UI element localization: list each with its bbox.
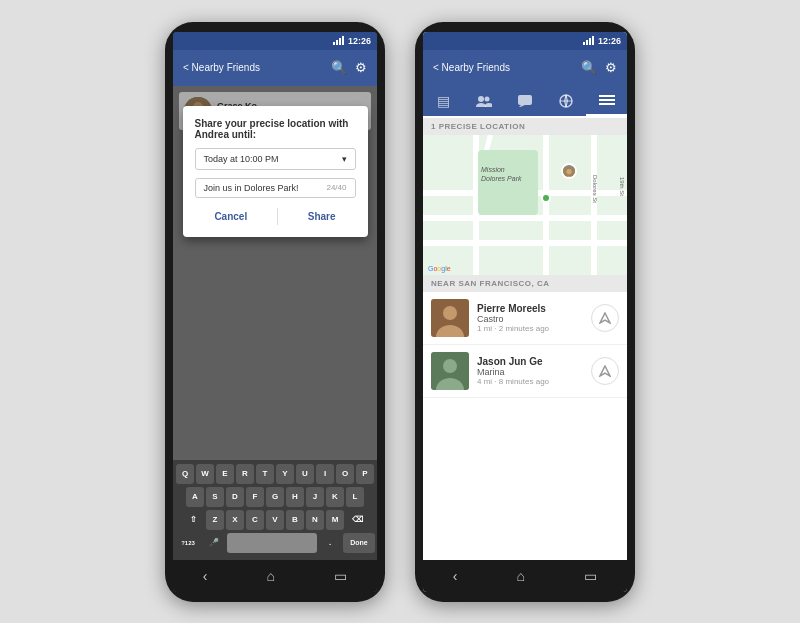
mic-key[interactable]: 🎤 bbox=[203, 533, 225, 553]
key-v[interactable]: V bbox=[266, 510, 284, 530]
svg-marker-8 bbox=[518, 105, 525, 107]
shift-key[interactable]: ⇧ bbox=[182, 510, 204, 530]
key-g[interactable]: G bbox=[266, 487, 284, 507]
bottom-nav-left: ‹ ⌂ ▭ bbox=[173, 560, 377, 592]
key-y[interactable]: Y bbox=[276, 464, 294, 484]
dialog-dropdown[interactable]: Today at 10:00 PM ▾ bbox=[195, 148, 356, 170]
key-p[interactable]: P bbox=[356, 464, 374, 484]
friend-name-jason: Jason Jun Ge bbox=[477, 356, 583, 367]
dialog-title: Share your precise location with Andrea … bbox=[195, 118, 356, 140]
map-view[interactable]: MissionDolores Park Dolores St 19th St G… bbox=[423, 135, 627, 275]
key-o[interactable]: O bbox=[336, 464, 354, 484]
key-j[interactable]: J bbox=[306, 487, 324, 507]
key-i[interactable]: I bbox=[316, 464, 334, 484]
friend-avatar-pierre bbox=[431, 299, 469, 337]
share-location-dialog: Share your precise location with Andrea … bbox=[183, 106, 368, 237]
key-r[interactable]: R bbox=[236, 464, 254, 484]
svg-point-5 bbox=[485, 96, 490, 101]
key-a[interactable]: A bbox=[186, 487, 204, 507]
settings-icon-left[interactable]: ⚙ bbox=[355, 60, 367, 75]
cancel-button[interactable]: Cancel bbox=[204, 208, 257, 225]
back-label-right: < Nearby Friends bbox=[433, 62, 510, 73]
back-nav-icon-right[interactable]: ‹ bbox=[453, 568, 458, 584]
tab-friends[interactable] bbox=[464, 86, 505, 116]
friend-avatar-jason bbox=[431, 352, 469, 390]
space-key[interactable] bbox=[227, 533, 317, 553]
recent-nav-icon-left[interactable]: ▭ bbox=[334, 568, 347, 584]
app-bar-right: < Nearby Friends 🔍 ⚙ bbox=[423, 50, 627, 86]
friend-item-jason: Jason Jun Ge Marina 4 mi · 8 minutes ago bbox=[423, 345, 627, 398]
status-bar-right: 12:26 bbox=[423, 32, 627, 50]
period-key[interactable]: . bbox=[319, 533, 341, 553]
right-phone: 12:26 < Nearby Friends 🔍 ⚙ ▤ bbox=[415, 22, 635, 602]
keyboard-row-3: ⇧ Z X C V B N M ⌫ bbox=[175, 510, 375, 530]
key-x[interactable]: X bbox=[226, 510, 244, 530]
key-n[interactable]: N bbox=[306, 510, 324, 530]
key-d[interactable]: D bbox=[226, 487, 244, 507]
svg-rect-7 bbox=[518, 95, 532, 105]
key-f[interactable]: F bbox=[246, 487, 264, 507]
nearby-section-header: NEAR SAN FRANCISCO, CA bbox=[423, 275, 627, 292]
back-label-left: < Nearby Friends bbox=[183, 62, 260, 73]
tab-bar: ▤ bbox=[423, 86, 627, 118]
svg-marker-25 bbox=[600, 366, 610, 376]
friend-dist-pierre: 1 mi · 2 minutes ago bbox=[477, 324, 583, 333]
done-key[interactable]: Done bbox=[343, 533, 375, 553]
keyboard-row-2: A S D F G H J K L bbox=[175, 487, 375, 507]
tab-news-feed[interactable]: ▤ bbox=[423, 86, 464, 116]
search-icon-right[interactable]: 🔍 bbox=[581, 60, 597, 75]
key-l[interactable]: L bbox=[346, 487, 364, 507]
google-attribution: Google bbox=[428, 265, 451, 272]
svg-point-16 bbox=[566, 168, 571, 173]
share-button[interactable]: Share bbox=[298, 208, 346, 225]
status-icons-left bbox=[333, 37, 344, 45]
key-t[interactable]: T bbox=[256, 464, 274, 484]
key-h[interactable]: H bbox=[286, 487, 304, 507]
key-w[interactable]: W bbox=[196, 464, 214, 484]
key-s[interactable]: S bbox=[206, 487, 224, 507]
navigate-button-pierre[interactable] bbox=[591, 304, 619, 332]
key-k[interactable]: K bbox=[326, 487, 344, 507]
home-nav-icon-left[interactable]: ⌂ bbox=[267, 568, 275, 584]
input-text: Join us in Dolores Park! bbox=[204, 183, 299, 193]
key-z[interactable]: Z bbox=[206, 510, 224, 530]
status-bar-left: 12:26 bbox=[173, 32, 377, 50]
search-icon-left[interactable]: 🔍 bbox=[331, 60, 347, 75]
svg-point-23 bbox=[443, 359, 457, 373]
bottom-nav-right: ‹ ⌂ ▭ bbox=[423, 560, 627, 592]
dialog-message-input[interactable]: Join us in Dolores Park! 24/40 bbox=[195, 178, 356, 198]
tab-messages[interactable] bbox=[505, 86, 546, 116]
key-m[interactable]: M bbox=[326, 510, 344, 530]
road-v3 bbox=[591, 135, 597, 275]
backspace-key[interactable]: ⌫ bbox=[346, 510, 368, 530]
key-c[interactable]: C bbox=[246, 510, 264, 530]
svg-point-3 bbox=[478, 96, 484, 102]
back-nav-icon-left[interactable]: ‹ bbox=[203, 568, 208, 584]
friend-location-jason: Marina bbox=[477, 367, 583, 377]
key-u[interactable]: U bbox=[296, 464, 314, 484]
key-e[interactable]: E bbox=[216, 464, 234, 484]
numbers-key[interactable]: ?123 bbox=[175, 533, 201, 553]
tab-menu[interactable] bbox=[586, 86, 627, 116]
dropdown-arrow-icon: ▾ bbox=[342, 154, 347, 164]
user-location-pin bbox=[561, 163, 577, 179]
friend-location-pierre: Castro bbox=[477, 314, 583, 324]
action-buttons-right: 🔍 ⚙ bbox=[581, 60, 617, 75]
tab-globe[interactable] bbox=[545, 86, 586, 116]
svg-point-19 bbox=[443, 306, 457, 320]
home-nav-icon-right[interactable]: ⌂ bbox=[517, 568, 525, 584]
status-time-right: 12:26 bbox=[598, 36, 621, 46]
recent-nav-icon-right[interactable]: ▭ bbox=[584, 568, 597, 584]
status-time-left: 12:26 bbox=[348, 36, 371, 46]
settings-icon-right[interactable]: ⚙ bbox=[605, 60, 617, 75]
dropdown-value: Today at 10:00 PM bbox=[204, 154, 279, 164]
navigate-button-jason[interactable] bbox=[591, 357, 619, 385]
friend-name-pierre: Pierre Moreels bbox=[477, 303, 583, 314]
back-button-left[interactable]: < Nearby Friends bbox=[183, 62, 260, 73]
app-bar-left: < Nearby Friends 🔍 ⚙ bbox=[173, 50, 377, 86]
keyboard-row-4: ?123 🎤 . Done bbox=[175, 533, 375, 553]
key-b[interactable]: B bbox=[286, 510, 304, 530]
key-q[interactable]: Q bbox=[176, 464, 194, 484]
back-button-right[interactable]: < Nearby Friends bbox=[433, 62, 510, 73]
19th-st-label: 19th St bbox=[619, 176, 625, 195]
